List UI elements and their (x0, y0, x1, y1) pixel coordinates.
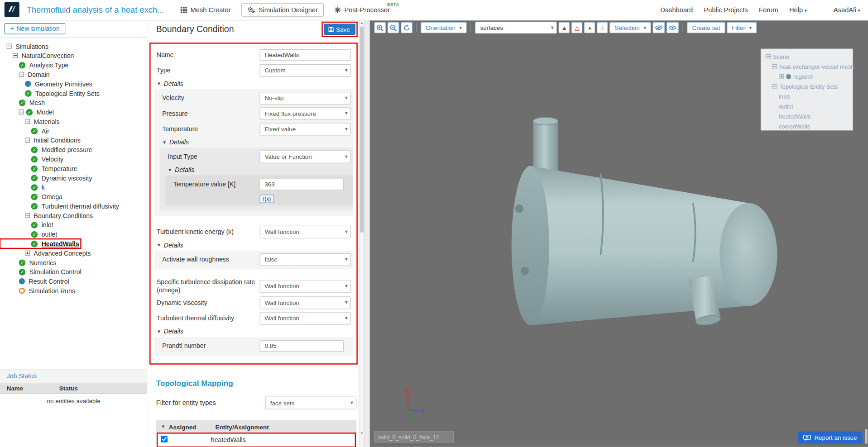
expander-icon[interactable] (13, 53, 18, 58)
show-button[interactable] (667, 22, 679, 33)
tab-post-processor[interactable]: Post-Processor BETA (328, 3, 396, 16)
details-toggle[interactable]: ▼Details (168, 164, 351, 175)
details-toggle[interactable]: ▼Details (162, 137, 351, 147)
details-toggle[interactable]: ▼Details (157, 326, 351, 337)
orientation-dropdown[interactable]: Orientation▾ (421, 22, 467, 33)
nav-dashboard[interactable]: Dashboard (660, 6, 693, 14)
pressure-select[interactable]: Fixed flux pressure (259, 107, 351, 120)
nav-public-projects[interactable]: Public Projects (704, 6, 748, 14)
expander-icon[interactable] (25, 213, 30, 218)
expander-icon[interactable] (766, 54, 771, 59)
triangle-filled-button[interactable]: ▲ (559, 22, 570, 33)
scene-tree-item[interactable]: Scene (761, 52, 853, 62)
hide-button[interactable] (653, 22, 665, 33)
create-set-button[interactable]: Create set (687, 22, 725, 33)
expander-icon[interactable] (19, 109, 24, 114)
nav-user-menu[interactable]: AsadAli▾ (834, 6, 860, 14)
nav-forum[interactable]: Forum (759, 6, 778, 14)
prandtl-input[interactable] (259, 340, 344, 352)
formula-button[interactable]: f(x) (259, 195, 274, 203)
tree-item[interactable]: inlet (0, 220, 55, 230)
scene-tree-item[interactable]: cooledWalls (761, 121, 853, 131)
tree-item[interactable]: Air (0, 126, 51, 136)
tree-item[interactable]: NaturalConvection (0, 51, 76, 60)
tree-item[interactable]: Mesh (0, 98, 47, 107)
name-input[interactable] (259, 49, 351, 61)
tree-item[interactable]: Domain (0, 70, 51, 79)
app-logo-icon[interactable] (5, 2, 19, 17)
expander-icon[interactable] (772, 64, 777, 69)
scene-tree-item[interactable]: Topological Entity Sets (761, 81, 853, 91)
report-issue-button[interactable]: Report an issue (798, 432, 863, 444)
panel-scrollbar[interactable]: ▲ ▼ (359, 20, 364, 447)
details-toggle[interactable]: ▼Details (157, 239, 351, 250)
tree-item[interactable]: outlet (0, 229, 59, 239)
scene-panel-scrollbar[interactable] (865, 429, 868, 444)
new-simulation-button[interactable]: + New simulation (5, 23, 65, 34)
tree-item[interactable]: Dynamic viscosity (0, 173, 94, 183)
surfaces-select[interactable]: surfaces (475, 22, 557, 34)
velocity-select[interactable]: No-slip (259, 91, 351, 104)
input-type-select[interactable]: Value or Function (259, 150, 351, 163)
tab-mesh-creator[interactable]: Mesh Creator (174, 3, 237, 16)
tree-item[interactable]: Model (0, 107, 56, 117)
expander-icon[interactable] (7, 44, 12, 49)
tree-item[interactable]: Result Control (0, 276, 71, 286)
expander-icon[interactable] (19, 72, 24, 77)
tree-item[interactable]: Omega (0, 192, 64, 201)
scene-tree-item[interactable]: region0 (761, 71, 853, 81)
expander-icon[interactable] (25, 119, 30, 124)
tree-item[interactable]: Analysis Type (0, 60, 70, 70)
tree-item[interactable]: Modified pressure (0, 145, 94, 154)
expander-icon[interactable] (772, 84, 777, 89)
tree-item[interactable]: k (0, 182, 46, 192)
scene-tree-item[interactable]: inlet (761, 91, 853, 101)
zoom-in-button[interactable] (374, 22, 386, 33)
triangle-down-icon[interactable]: ▼ (161, 424, 166, 429)
type-select[interactable]: Custom (259, 64, 351, 76)
reset-view-button[interactable] (401, 22, 412, 33)
assigned-checkbox[interactable] (161, 436, 168, 442)
tree-item[interactable]: Simulation Control (0, 267, 83, 277)
entity-type-filter-select[interactable]: face sets (265, 397, 357, 409)
tree-item[interactable]: Turbulent thermal diffusivity (0, 201, 121, 211)
tree-item[interactable]: Simulations (0, 42, 50, 51)
expander-icon[interactable] (779, 74, 784, 79)
scene-tree-item[interactable]: heat-exchanger-vessel mesh (761, 62, 853, 71)
mapping-row[interactable]: heatedWalls (157, 433, 356, 447)
selection-dropdown[interactable]: Selection▾ (610, 22, 651, 33)
temperature-select[interactable]: Fixed value (259, 123, 351, 135)
tke-select[interactable]: Wall function (259, 225, 351, 238)
nav-help[interactable]: Help▾ (789, 6, 807, 14)
details-toggle[interactable]: ▼Details (157, 78, 351, 89)
tree-item[interactable]: HeatedWalls (0, 239, 81, 248)
expander-icon[interactable] (25, 138, 30, 143)
tree-item[interactable]: Initial Conditions (0, 136, 82, 145)
tree-item[interactable]: Numerics (0, 258, 58, 267)
tree-item[interactable]: Velocity (0, 154, 65, 164)
zoom-out-button[interactable] (388, 22, 399, 33)
turbulent-diffusivity-select[interactable]: Wall function (259, 312, 351, 324)
scroll-up-icon[interactable]: ▲ (359, 21, 364, 24)
expander-icon[interactable] (25, 251, 30, 256)
tree-item[interactable]: Materials (0, 117, 61, 126)
tree-item[interactable]: Simulation Runs (0, 286, 77, 295)
tree-item[interactable]: Topological Entity Sets (0, 89, 101, 98)
wall-roughness-select[interactable]: false (259, 253, 351, 266)
project-title[interactable]: Thermofluid analysis of a heat exch... (27, 0, 164, 20)
save-button[interactable]: Save (324, 24, 355, 35)
temperature-value-input[interactable] (259, 178, 344, 190)
scrollbar-thumb[interactable] (360, 27, 364, 233)
dynamic-viscosity-select[interactable]: Wall function (259, 296, 351, 309)
omega-select[interactable]: Wall function (259, 280, 351, 292)
tree-item[interactable]: Advanced Concepts (0, 248, 92, 258)
3d-viewport[interactable]: Orientation▾ surfaces ▲ △ ▲ △ Selection▾… (370, 20, 868, 447)
tree-item[interactable]: Temperature (0, 164, 79, 173)
triangle-outline-small-button[interactable]: △ (597, 22, 608, 33)
triangle-filled-small-button[interactable]: ▲ (584, 22, 595, 33)
triangle-outline-button[interactable]: △ (571, 22, 582, 33)
tree-item[interactable]: Boundary Conditions (0, 211, 95, 220)
scene-tree-item[interactable]: outlet (761, 101, 853, 111)
scroll-down-icon[interactable]: ▼ (359, 432, 364, 435)
tree-item[interactable]: Geometry Primitives (0, 79, 94, 89)
